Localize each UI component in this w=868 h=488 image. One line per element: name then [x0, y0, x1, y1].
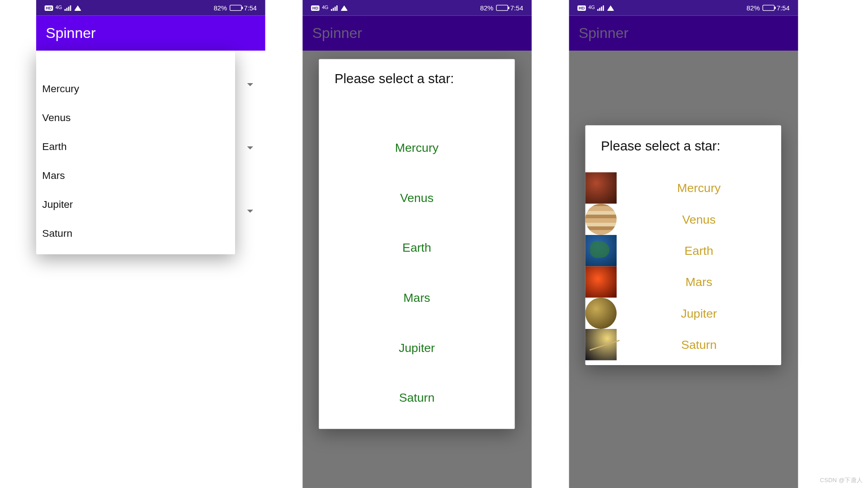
app-bar: Spinner — [569, 16, 798, 51]
wifi-icon — [74, 5, 81, 10]
clock: 7:54 — [777, 4, 790, 11]
select-star-dialog: Please select a star: Mercury Venus Eart… — [319, 59, 514, 429]
signal-bars-icon — [64, 5, 71, 10]
planet-thumbnail-icon — [585, 266, 617, 297]
status-bar: HD 4G 82% 7:54 — [36, 0, 265, 16]
clock: 7:54 — [244, 4, 257, 11]
planet-thumbnail-icon — [585, 329, 617, 360]
hd-icon: HD — [577, 5, 586, 10]
dialog-item-venus[interactable]: Venus — [319, 173, 514, 223]
phone-screenshot-dialog-image: HD 4G 82% 7:54 Spinner Please select a s… — [569, 0, 798, 488]
dialog-item-mars[interactable]: Mars — [319, 273, 514, 323]
hd-icon: HD — [311, 5, 320, 10]
planet-thumbnail-icon — [585, 172, 617, 203]
dialog-item-label: Saturn — [617, 338, 781, 352]
network-type-label: 4G — [322, 5, 328, 10]
spinner-chevron-down-icon[interactable] — [247, 210, 253, 213]
network-type-label: 4G — [588, 5, 594, 10]
dialog-item-venus[interactable]: Venus — [585, 204, 781, 235]
dialog-item-jupiter[interactable]: Jupiter — [585, 298, 781, 329]
dialog-item-earth[interactable]: Earth — [319, 223, 514, 273]
planet-thumbnail-icon — [585, 235, 617, 266]
phone-screenshot-dialog-text: HD 4G 82% 7:54 Spinner Please select a s… — [302, 0, 532, 488]
spinner-dropdown-menu: Mercury Venus Earth Mars Jupiter Saturn — [36, 51, 235, 254]
app-bar-title: Spinner — [312, 25, 362, 42]
battery-icon — [762, 5, 774, 11]
planet-thumbnail-icon — [585, 298, 617, 329]
phone-screenshot-plain-dropdown: HD 4G 82% 7:54 Spinner Mercury Venus Ear… — [36, 0, 265, 488]
dialog-item-label: Mars — [617, 275, 781, 289]
spinner-chevron-down-icon[interactable] — [247, 83, 253, 86]
network-type-label: 4G — [56, 5, 62, 10]
app-bar: Spinner — [302, 16, 532, 51]
app-bar-title: Spinner — [579, 25, 628, 42]
wifi-icon — [607, 5, 614, 10]
dialog-item-earth[interactable]: Earth — [585, 235, 781, 266]
dropdown-item-mercury[interactable]: Mercury — [36, 75, 235, 103]
wifi-icon — [340, 5, 348, 10]
battery-percent: 82% — [746, 4, 760, 11]
battery-percent: 82% — [214, 4, 227, 11]
spinner-chevron-down-icon[interactable] — [247, 146, 253, 150]
dialog-item-label: Jupiter — [617, 306, 781, 320]
dialog-title: Please select a star: — [585, 125, 781, 172]
csdn-watermark: CSDN @下唐人 — [820, 476, 863, 484]
dialog-item-label: Venus — [617, 212, 781, 226]
dropdown-item-earth[interactable]: Earth — [36, 132, 235, 161]
dropdown-item-saturn[interactable]: Saturn — [36, 219, 235, 248]
signal-bars-icon — [331, 5, 338, 10]
status-bar: HD 4G 82% 7:54 — [302, 0, 532, 16]
dialog-title: Please select a star: — [319, 59, 514, 123]
dialog-item-mars[interactable]: Mars — [585, 266, 781, 297]
planet-thumbnail-icon — [585, 204, 617, 235]
dialog-item-saturn[interactable]: Saturn — [319, 373, 514, 423]
select-star-dialog: Please select a star: Mercury Venus Eart… — [585, 125, 781, 365]
dropdown-item-venus[interactable]: Venus — [36, 103, 235, 132]
dialog-item-saturn[interactable]: Saturn — [585, 329, 781, 360]
battery-icon — [496, 5, 508, 11]
clock: 7:54 — [510, 4, 524, 11]
app-bar: Spinner — [36, 16, 265, 51]
status-bar: HD 4G 82% 7:54 — [569, 0, 798, 16]
battery-percent: 82% — [480, 4, 493, 11]
dialog-item-mercury[interactable]: Mercury — [585, 172, 781, 203]
dialog-item-label: Earth — [617, 244, 781, 258]
signal-bars-icon — [597, 5, 604, 10]
battery-icon — [229, 5, 241, 11]
dialog-item-jupiter[interactable]: Jupiter — [319, 323, 514, 373]
spinner-chevron-down-icon — [780, 83, 786, 86]
app-bar-title: Spinner — [46, 25, 95, 42]
dialog-item-mercury[interactable]: Mercury — [319, 123, 514, 173]
dropdown-item-jupiter[interactable]: Jupiter — [36, 190, 235, 219]
dropdown-item-mars[interactable]: Mars — [36, 161, 235, 190]
dialog-item-label: Mercury — [617, 181, 781, 195]
hd-icon: HD — [45, 5, 53, 10]
